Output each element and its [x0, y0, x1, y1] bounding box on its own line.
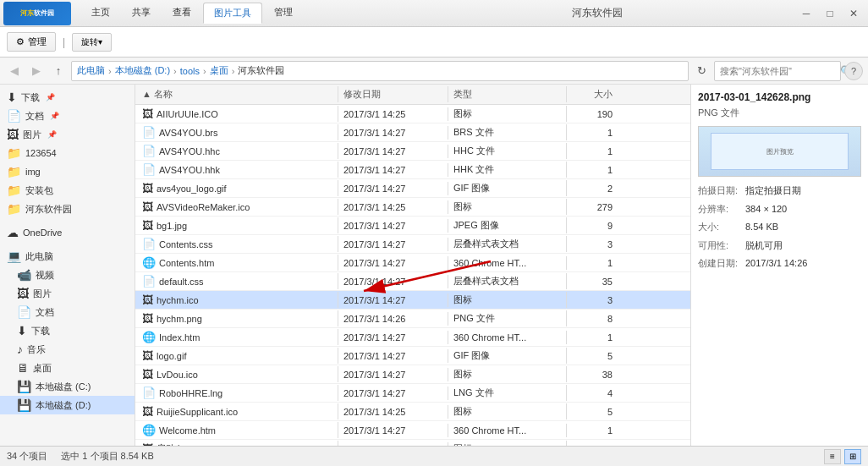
tab-view[interactable]: 查看	[162, 3, 201, 24]
close-button[interactable]: ✕	[843, 5, 865, 22]
file-type: 360 Chrome HT...	[448, 331, 567, 344]
col-header-size[interactable]: 大小	[567, 86, 618, 102]
file-type: 图标	[448, 403, 567, 419]
table-row[interactable]: 📄 RoboHHRE.lng 2017/3/1 14:27 LNG 文件 4	[135, 384, 690, 403]
file-date: 2017/3/1 14:27	[338, 368, 448, 381]
table-row[interactable]: 🌐 Index.htm 2017/3/1 14:27 360 Chrome HT…	[135, 328, 690, 347]
ribbon-manage-btn[interactable]: ⚙ 管理	[7, 32, 56, 52]
table-row[interactable]: 🖼 logo.gif 2017/3/1 14:27 GIF 图像 5	[135, 347, 690, 365]
table-row[interactable]: 🖼 AIIUrUUIe.ICO 2017/3/1 14:25 图标 190	[135, 105, 690, 123]
thispc-icon: 💻	[7, 249, 21, 263]
sidebar-item-pics[interactable]: 🖼 图片	[0, 284, 135, 303]
details-property-row: 分辨率:384 × 120	[698, 202, 861, 217]
col-header-type[interactable]: 类型	[448, 86, 567, 102]
file-date: 2017/3/1 14:25	[338, 200, 448, 214]
table-row[interactable]: 🖼 bg1.jpg 2017/3/1 14:27 JPEG 图像 9	[135, 217, 690, 235]
col-header-date[interactable]: 修改日期	[338, 86, 448, 102]
table-row[interactable]: 📄 AVS4YOU.brs 2017/3/1 14:27 BRS 文件 1	[135, 123, 690, 142]
table-row[interactable]: 🖼 AVSVideoReMaker.ico 2017/3/1 14:25 图标 …	[135, 198, 690, 217]
table-row[interactable]: 🖼 avs4you_logo.gif 2017/3/1 14:27 GIF 图像…	[135, 179, 690, 198]
col-header-name[interactable]: ▲ 名称	[135, 86, 338, 102]
file-name: RuijieSupplicant.ico	[157, 407, 238, 417]
file-icon: 📄	[142, 387, 156, 399]
tab-picture-tools[interactable]: 图片工具	[203, 3, 262, 24]
file-size: 351	[567, 442, 618, 447]
table-row[interactable]: 🖼 hychm.png 2017/3/1 14:26 PNG 文件 8	[135, 310, 690, 328]
view-controls: ≡ ⊞	[824, 449, 861, 464]
file-type: 层叠样式表文档	[448, 273, 567, 289]
file-date: 2017/3/1 14:27	[338, 293, 448, 307]
sidebar-item-drive-c[interactable]: 💾 本地磁盘 (C:)	[0, 377, 135, 396]
file-name: Contents.css	[159, 239, 213, 249]
sidebar-item-onedrive[interactable]: ☁ OneDrive	[0, 223, 135, 242]
property-value: 指定拍摄日期	[745, 184, 801, 199]
file-size: 3	[567, 238, 618, 251]
file-type: HHC 文件	[448, 143, 567, 159]
file-icon: 🖼	[142, 200, 153, 213]
table-row[interactable]: 📄 AVS4YOU.hhk 2017/3/1 14:27 HHK 文件 1	[135, 161, 690, 179]
minimize-button[interactable]: ─	[795, 5, 817, 22]
file-date: 2017/3/1 14:27	[338, 349, 448, 363]
breadcrumb-drive[interactable]: 本地磁盘 (D:)	[115, 64, 170, 77]
tab-manage[interactable]: 管理	[264, 3, 303, 24]
sidebar-item-thispc[interactable]: 💻 此电脑	[0, 247, 135, 266]
details-view-btn[interactable]: ≡	[824, 449, 841, 464]
breadcrumb-current[interactable]: 河东软件园	[238, 64, 284, 77]
search-box[interactable]: 🔍	[714, 61, 841, 81]
table-row[interactable]: 📄 default.css 2017/3/1 14:27 层叠样式表文档 35	[135, 272, 690, 291]
table-row[interactable]: 🌐 Contents.htm 2017/3/1 14:27 360 Chrome…	[135, 254, 690, 272]
file-size: 8	[567, 312, 618, 326]
file-name: AVS4YOU.hhk	[159, 165, 220, 175]
sidebar-item-img[interactable]: 📁 img	[0, 162, 135, 181]
file-type: GIF 图像	[448, 180, 567, 196]
sidebar-item-docs[interactable]: 📄 文档 📌	[0, 107, 135, 125]
back-button[interactable]: ◀	[5, 62, 24, 80]
table-row[interactable]: 🌐 Welcome.htm 2017/3/1 14:27 360 Chrome …	[135, 421, 690, 440]
up-button[interactable]: ↑	[49, 62, 68, 80]
property-label: 创建日期:	[698, 256, 740, 271]
breadcrumb-pc[interactable]: 此电脑	[77, 64, 105, 77]
file-name: AIIUrUUIe.ICO	[157, 109, 218, 119]
breadcrumb-desktop[interactable]: 桌面	[210, 64, 228, 77]
search-input[interactable]	[720, 66, 837, 76]
sidebar-item-desktop[interactable]: 🖥 桌面	[0, 359, 135, 377]
sidebar-item-install[interactable]: 📁 安装包	[0, 181, 135, 200]
window-title: 河东软件园	[399, 6, 795, 20]
table-row[interactable]: 📄 Contents.css 2017/3/1 14:27 层叠样式表文档 3	[135, 235, 690, 254]
table-row[interactable]: 🖼 hychm.ico 2017/3/1 14:27 图标 3	[135, 291, 690, 310]
tab-share[interactable]: 共享	[122, 3, 161, 24]
sidebar-item-123654[interactable]: 📁 123654	[0, 144, 135, 162]
sidebar-item-documents[interactable]: 📄 文档	[0, 303, 135, 321]
sidebar-item-downloads[interactable]: ⬇ 下载	[0, 321, 135, 340]
sidebar-item-download[interactable]: ⬇ 下载 📌	[0, 88, 135, 107]
file-type: LNG 文件	[448, 385, 567, 401]
help-button[interactable]: ?	[844, 62, 863, 80]
sidebar-item-video[interactable]: 📹 视频	[0, 266, 135, 284]
table-row[interactable]: 🖼 LvDou.ico 2017/3/1 14:27 图标 38	[135, 365, 690, 384]
details-property-row: 大小:8.54 KB	[698, 220, 861, 235]
file-name: logo.gif	[157, 351, 186, 361]
sidebar-item-pictures[interactable]: 🖼 图片 📌	[0, 125, 135, 144]
file-type: 图标	[448, 292, 567, 308]
folder-icon4: 📁	[7, 202, 21, 216]
file-type: 层叠样式表文档	[448, 236, 567, 252]
tiles-view-btn[interactable]: ⊞	[844, 449, 861, 464]
pictures-icon: 🖼	[7, 128, 19, 141]
restore-button[interactable]: □	[819, 5, 841, 22]
table-row[interactable]: 📄 AVS4YOU.hhc 2017/3/1 14:27 HHC 文件 1	[135, 142, 690, 161]
forward-button[interactable]: ▶	[27, 62, 46, 80]
file-icon: 🖼	[142, 349, 153, 362]
sidebar-item-hedong[interactable]: 📁 河东软件园	[0, 200, 135, 218]
file-name: AVS4YOU.brs	[159, 128, 218, 138]
refresh-button[interactable]: ↻	[692, 62, 711, 80]
sidebar-item-music[interactable]: ♪ 音乐	[0, 340, 135, 359]
breadcrumb-tools[interactable]: tools	[180, 66, 200, 76]
documents-icon: 📄	[17, 305, 31, 319]
ribbon-extra-btn[interactable]: 旋转▾	[72, 33, 112, 52]
table-row[interactable]: 🖼 RuijieSupplicant.ico 2017/3/1 14:25 图标…	[135, 403, 690, 421]
table-row[interactable]: 🖼 启动.ico 2017/3/1 14:25 图标 351	[135, 440, 690, 446]
sidebar-item-drive-d[interactable]: 💾 本地磁盘 (D:)	[0, 396, 135, 414]
tab-home[interactable]: 主页	[81, 3, 120, 24]
file-icon: 📄	[142, 163, 156, 176]
file-name: default.css	[159, 277, 204, 287]
